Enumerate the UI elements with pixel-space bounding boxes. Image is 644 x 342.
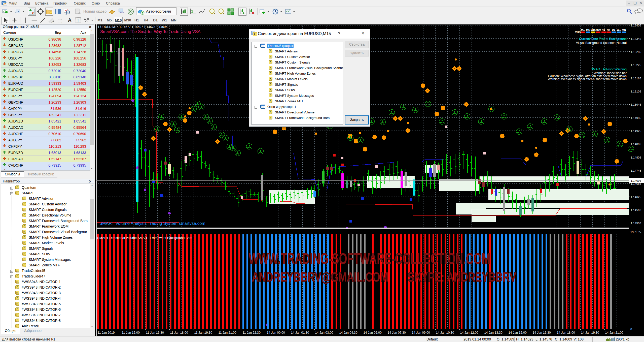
svg-text:ANDREYBBRV@GMAIL.COM SKY: ANDREYBBRV@GMAIL.COM SKYPE: ANDREYBBRV — [252, 270, 516, 284]
svg-text:1.14985: 1.14985 — [631, 116, 641, 119]
svg-text:SMART Advisor Warning: SMART Advisor Warning — [591, 67, 627, 71]
svg-text:1.15225: 1.15225 — [631, 64, 641, 67]
svg-text:EURUSD,M15 1.14677 1.14697 1.: EURUSD,M15 1.14677 1.14697 1.14673 1.146… — [98, 25, 167, 29]
svg-text:1.14865: 1.14865 — [631, 143, 641, 146]
svg-text:1.15405: 1.15405 — [631, 24, 641, 27]
svg-text:D1: D1 — [612, 28, 616, 31]
svg-text:14 Jan 07:30: 14 Jan 07:30 — [388, 331, 406, 334]
svg-text:1.14565: 1.14565 — [631, 209, 641, 212]
svg-text:1.14696: 1.14696 — [631, 179, 641, 182]
svg-text:Current Time Frame Background: Current Time Frame Background — [579, 37, 627, 41]
svg-text:1.15165: 1.15165 — [631, 77, 641, 80]
svg-text:WWW.TRADING-SOFTWARE-COLLECTIO: WWW.TRADING-SOFTWARE-COLLECTION.COM — [249, 250, 490, 267]
svg-text:14 Jan 10:30: 14 Jan 10:30 — [436, 331, 454, 334]
svg-text:M5: M5 — [586, 28, 590, 31]
svg-text:11 Jan 2019: 11 Jan 2019 — [98, 331, 115, 334]
svg-text:M1: M1 — [581, 28, 585, 31]
svg-text:11 Jan 22:30: 11 Jan 22:30 — [243, 331, 261, 334]
svg-text:1.14745: 1.14745 — [631, 169, 641, 172]
svg-text:1.14505: 1.14505 — [631, 222, 641, 225]
svg-text:Visual Background Scanner: Neu: Visual Background Scanner: Neutral — [576, 41, 627, 45]
svg-text:MN: MN — [622, 28, 626, 31]
svg-text:SmartVSA.com The Smarter Way T: SmartVSA.com The Smarter Way To Trade Us… — [100, 29, 201, 34]
svg-text:14 Jan 12:00: 14 Jan 12:00 — [460, 331, 478, 334]
svg-text:1.15285: 1.15285 — [631, 50, 641, 53]
svg-text:Warning: Weakness signal after: Warning: Weakness signal after a short t… — [548, 77, 627, 81]
svg-text:E: E — [53, 21, 54, 23]
svg-text:14 Jan 04:30: 14 Jan 04:30 — [339, 331, 357, 334]
svg-text:M15: M15 — [591, 28, 596, 31]
svg-text:14 Jan 03:00: 14 Jan 03:00 — [315, 331, 333, 334]
svg-text:1.14925: 1.14925 — [631, 130, 641, 133]
svg-text:14 Jan 16:30: 14 Jan 16:30 — [533, 331, 551, 334]
svg-text:14 Jan 21:00: 14 Jan 21:00 — [605, 331, 623, 334]
svg-text:11 Jan 19:30: 11 Jan 19:30 — [194, 331, 212, 334]
svg-text:11 Jan 16:30: 11 Jan 16:30 — [146, 331, 164, 334]
svg-text:1.15105: 1.15105 — [631, 90, 641, 93]
svg-text:14 Jan 13:30: 14 Jan 13:30 — [484, 331, 503, 334]
svg-text:1.14625: 1.14625 — [631, 196, 641, 199]
svg-text:14 Jan 09:00: 14 Jan 09:00 — [412, 331, 430, 334]
svg-text:1.15045: 1.15045 — [631, 103, 641, 106]
svg-text:1951.95: 1951.95 — [630, 231, 641, 234]
svg-text:0: 0 — [630, 328, 632, 331]
svg-text:1.15345: 1.15345 — [631, 37, 641, 40]
svg-text:11 Jan 15:00: 11 Jan 15:00 — [122, 331, 140, 334]
svg-text:14 Jan 06:00: 14 Jan 06:00 — [364, 331, 382, 334]
svg-text:14 Jan 18:00: 14 Jan 18:00 — [557, 331, 575, 334]
svg-text:1.14805: 1.14805 — [631, 156, 641, 159]
svg-text:14 Jan 15:00: 14 Jan 15:00 — [509, 331, 527, 334]
svg-text:A: A — [68, 17, 71, 23]
svg-text:VBS: VBS — [575, 30, 581, 34]
svg-text:F: F — [62, 21, 63, 24]
svg-text:14 Jan 01:30: 14 Jan 01:30 — [291, 331, 309, 334]
svg-text:H1: H1 — [602, 28, 605, 31]
svg-text:11 Jan 21:00: 11 Jan 21:00 — [219, 331, 236, 334]
svg-text:W1: W1 — [617, 28, 621, 31]
svg-text:T: T — [77, 18, 79, 23]
svg-text:H4: H4 — [607, 28, 610, 31]
svg-text:11 Jan 18:00: 11 Jan 18:00 — [170, 331, 188, 334]
svg-text:14 Jan 00:00: 14 Jan 00:00 — [267, 331, 285, 334]
svg-text:14 Jan 19:30: 14 Jan 19:30 — [581, 331, 599, 334]
svg-text:SMART Volume Analysis Trading: SMART Volume Analysis Trading System sma… — [99, 221, 205, 226]
svg-text:SMART Directional Volume SMAR: SMART Directional Volume SMART Framework… — [97, 236, 192, 240]
svg-text:M30: M30 — [596, 28, 601, 31]
